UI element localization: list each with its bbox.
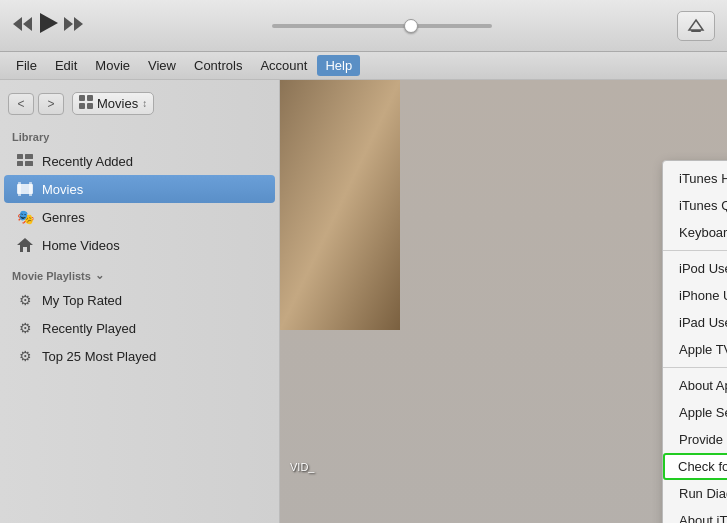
menu-movie[interactable]: Movie [87, 55, 138, 76]
sidebar-item-top25[interactable]: ⚙ Top 25 Most Played [4, 342, 275, 370]
svg-marker-3 [64, 17, 73, 31]
movies-label: Movies [42, 182, 83, 197]
chevron-down-icon: ⌄ [95, 269, 104, 282]
svg-rect-11 [17, 154, 23, 159]
separator-1 [663, 250, 727, 251]
sidebar-item-home-videos[interactable]: Home Videos [4, 231, 275, 259]
svg-rect-12 [25, 154, 33, 159]
dropdown-overlay: iTunes Help iTunes Quick Tour Keyboard S… [280, 80, 727, 523]
svg-marker-2 [40, 13, 58, 33]
genres-icon: 🎭 [16, 208, 34, 226]
svg-rect-14 [25, 161, 33, 166]
sidebar-item-recently-added[interactable]: Recently Added [4, 147, 275, 175]
sidebar-item-movies[interactable]: Movies [4, 175, 275, 203]
top-rated-icon: ⚙ [16, 291, 34, 309]
menu-quick-tour[interactable]: iTunes Quick Tour [663, 192, 727, 219]
svg-marker-18 [17, 238, 33, 252]
svg-rect-9 [79, 103, 85, 109]
menu-bar: File Edit Movie View Controls Account He… [0, 52, 727, 80]
sidebar-item-genres[interactable]: 🎭 Genres [4, 203, 275, 231]
sidebar-item-recently-played[interactable]: ⚙ Recently Played [4, 314, 275, 342]
location-selector[interactable]: Movies ↕ [72, 92, 154, 115]
menu-itunes-help[interactable]: iTunes Help [663, 165, 727, 192]
genres-label: Genres [42, 210, 85, 225]
sidebar: < > Movies ↕ Library [0, 80, 280, 523]
sidebar-item-top-rated[interactable]: ⚙ My Top Rated [4, 286, 275, 314]
svg-marker-4 [74, 17, 83, 31]
sidebar-nav: < > Movies ↕ [0, 88, 279, 123]
transport-controls [12, 13, 86, 38]
menu-apple-support[interactable]: Apple Service and Support [663, 399, 727, 426]
menu-appletv-guide[interactable]: Apple TV User Guide [663, 336, 727, 363]
movies-icon [16, 180, 34, 198]
menu-iphone-guide[interactable]: iPhone User Guide [663, 282, 727, 309]
svg-marker-5 [689, 20, 703, 30]
help-dropdown-menu: iTunes Help iTunes Quick Tour Keyboard S… [662, 160, 727, 523]
back-button[interactable]: < [8, 93, 34, 115]
recently-added-icon [16, 152, 34, 170]
menu-about[interactable]: About iTunes [663, 507, 727, 523]
progress-area[interactable] [96, 24, 667, 28]
location-icon [79, 95, 93, 112]
forward-button-nav[interactable]: > [38, 93, 64, 115]
menu-feedback[interactable]: Provide iTunes Feedback [663, 426, 727, 453]
play-button[interactable] [40, 13, 58, 38]
top-rated-label: My Top Rated [42, 293, 122, 308]
menu-edit[interactable]: Edit [47, 55, 85, 76]
rewind-button[interactable] [12, 15, 34, 37]
svg-rect-8 [87, 95, 93, 101]
menu-check-updates[interactable]: Check for Updates [663, 453, 727, 480]
svg-marker-0 [13, 17, 22, 31]
top25-label: Top 25 Most Played [42, 349, 156, 364]
menu-keyboard[interactable]: Keyboard Shortcuts [663, 219, 727, 246]
menu-ipad-guide[interactable]: iPad User Guide [663, 309, 727, 336]
main-area: < > Movies ↕ Library [0, 80, 727, 523]
svg-marker-1 [23, 17, 32, 31]
menu-diagnostics[interactable]: Run Diagnostics... [663, 480, 727, 507]
top25-icon: ⚙ [16, 347, 34, 365]
separator-2 [663, 367, 727, 368]
chevron-icon: ↕ [142, 98, 147, 109]
home-videos-label: Home Videos [42, 238, 120, 253]
menu-view[interactable]: View [140, 55, 184, 76]
svg-rect-7 [79, 95, 85, 101]
svg-rect-17 [29, 182, 32, 196]
svg-rect-16 [18, 182, 21, 196]
menu-controls[interactable]: Controls [186, 55, 250, 76]
recently-played-label: Recently Played [42, 321, 136, 336]
library-section-label: Library [0, 123, 279, 147]
content-area: VID_ iTunes Help iTunes Quick Tour Keybo… [280, 80, 727, 523]
progress-track[interactable] [272, 24, 492, 28]
progress-thumb[interactable] [404, 19, 418, 33]
location-text: Movies [97, 96, 138, 111]
menu-ipod-guide[interactable]: iPod User Guides [663, 255, 727, 282]
playlists-section-label: Movie Playlists ⌄ [0, 259, 279, 286]
recently-added-label: Recently Added [42, 154, 133, 169]
airplay-button[interactable] [677, 11, 715, 41]
transport-bar [0, 0, 727, 52]
menu-file[interactable]: File [8, 55, 45, 76]
menu-apple-music[interactable]: About Apple Music & Privacy [663, 372, 727, 399]
svg-rect-6 [691, 30, 701, 32]
home-videos-icon [16, 236, 34, 254]
recently-played-icon: ⚙ [16, 319, 34, 337]
menu-account[interactable]: Account [252, 55, 315, 76]
menu-help[interactable]: Help [317, 55, 360, 76]
svg-rect-13 [17, 161, 23, 166]
forward-button[interactable] [64, 15, 86, 37]
svg-rect-10 [87, 103, 93, 109]
